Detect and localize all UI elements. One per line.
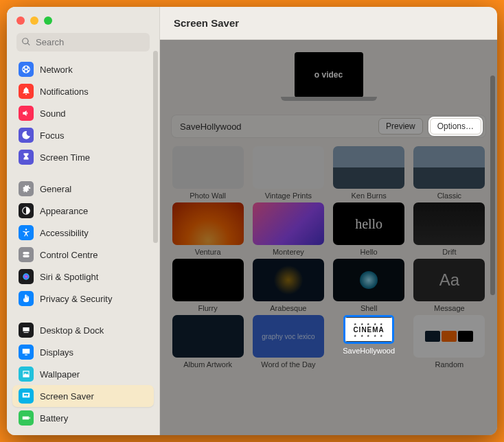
- minimize-icon[interactable]: [30, 16, 38, 25]
- saver-photo-wall[interactable]: Photo Wall: [170, 146, 246, 200]
- sidebar-item-appearance[interactable]: Appearance: [12, 200, 154, 222]
- saver-arabesque[interactable]: Arabesque: [250, 259, 326, 312]
- sidebar-item-label: Sound: [40, 108, 66, 119]
- saver-flurry[interactable]: Flurry: [170, 259, 246, 312]
- sidebar-item-accessibility[interactable]: Accessibility: [12, 222, 154, 244]
- saver-vintage-prints[interactable]: Vintage Prints: [250, 146, 326, 200]
- saver-word-of-the-day[interactable]: graphy voc lexicoWord of the Day: [250, 315, 326, 369]
- sidebar-item-network[interactable]: Network: [12, 58, 154, 80]
- sidebar-item-notifications[interactable]: Notifications: [12, 80, 154, 102]
- main-panel: Screen Saver o videc SaveHollywood Previ…: [160, 7, 497, 435]
- content-scrollbar[interactable]: [490, 75, 495, 398]
- current-saver-name: SaveHollywood: [180, 121, 371, 132]
- gear-icon: [19, 181, 34, 196]
- preview-area: o videc: [160, 40, 497, 108]
- saver-label: Album Artwork: [183, 360, 232, 369]
- saver-info-bar: SaveHollywood Preview Options…: [171, 115, 486, 138]
- saver-random[interactable]: Random: [411, 315, 488, 369]
- sidebar-item-general[interactable]: General: [12, 178, 154, 200]
- sidebar-item-label: Network: [40, 65, 73, 75]
- saver-label: Ventura: [195, 248, 221, 256]
- saver-classic[interactable]: Classic: [411, 146, 488, 200]
- preview-screen: o videc: [295, 52, 363, 97]
- accessibility-icon: [19, 225, 34, 240]
- switches-icon: [19, 247, 34, 262]
- saver-thumbnail: [172, 202, 244, 245]
- preview-device-icon: o videc: [281, 52, 377, 101]
- search-input[interactable]: [16, 33, 150, 51]
- close-icon[interactable]: [16, 16, 25, 25]
- options-button[interactable]: Options…: [430, 118, 481, 135]
- sidebar-item-control-centre[interactable]: Control Centre: [12, 244, 154, 266]
- speaker-icon: [19, 106, 34, 121]
- sidebar-item-focus[interactable]: Focus: [12, 124, 154, 146]
- saver-shell[interactable]: Shell: [331, 259, 407, 312]
- dock-icon: [19, 323, 34, 338]
- globe-icon: [19, 62, 34, 77]
- sidebar-item-label: Control Centre: [40, 250, 98, 260]
- saver-thumbnail: [172, 146, 244, 189]
- search-icon: [21, 37, 31, 47]
- saver-thumbnail: [333, 146, 404, 189]
- sidebar-scrollbar[interactable]: [153, 48, 158, 377]
- saver-label: Classic: [437, 191, 461, 200]
- sidebar-item-displays[interactable]: Displays: [12, 341, 154, 363]
- sidebar-item-siri-spotlight[interactable]: Siri & Spotlight: [12, 266, 154, 288]
- ticket-icon: ★ ★ ★ ★ ★CINEMA★ ★ ★ ★ ★: [343, 317, 394, 342]
- sidebar-item-wallpaper[interactable]: Wallpaper: [12, 363, 154, 385]
- sidebar-item-screen-saver[interactable]: Screen Saver: [12, 385, 154, 407]
- saver-label: Drift: [442, 248, 456, 256]
- saver-label: Flurry: [198, 304, 218, 312]
- sidebar-item-screen-time[interactable]: Screen Time: [12, 146, 154, 168]
- preview-button[interactable]: Preview: [378, 118, 423, 135]
- screensaver-icon: [19, 388, 34, 404]
- appearance-icon: [19, 203, 34, 218]
- saver-label: Random: [435, 360, 464, 369]
- moon-icon: [19, 128, 34, 143]
- saver-label: Ken Burns: [351, 191, 386, 200]
- saver-ventura[interactable]: Ventura: [170, 202, 246, 256]
- saver-hello[interactable]: helloHello: [331, 202, 407, 256]
- sidebar-item-label: General: [40, 184, 71, 194]
- sidebar: NetworkNotificationsSoundFocusScreen Tim…: [7, 7, 160, 435]
- sidebar-item-label: Screen Saver: [40, 391, 94, 402]
- sidebar-list: NetworkNotificationsSoundFocusScreen Tim…: [7, 58, 159, 435]
- saver-message[interactable]: AaMessage: [411, 259, 488, 312]
- sidebar-item-label: Battery: [40, 413, 68, 423]
- saver-thumbnail: [253, 146, 324, 189]
- siri-icon: [19, 269, 34, 284]
- saver-label: Vintage Prints: [265, 191, 312, 200]
- saver-thumbnail: [413, 146, 485, 189]
- content-area: o videc SaveHollywood Preview Options… P…: [160, 40, 497, 435]
- saver-thumbnail: graphy voc lexico: [253, 315, 324, 358]
- saver-monterey[interactable]: Monterey: [250, 202, 326, 256]
- saver-drift[interactable]: Drift: [411, 202, 488, 256]
- sidebar-item-label: Siri & Spotlight: [40, 272, 98, 282]
- saver-grid: Photo WallVintage PrintsKen BurnsClassic…: [160, 146, 497, 378]
- sidebar-item-desktop-dock[interactable]: Desktop & Dock: [12, 319, 154, 341]
- saver-thumbnail: [253, 202, 324, 245]
- sidebar-item-label: Displays: [40, 347, 73, 358]
- saver-ken-burns[interactable]: Ken Burns: [331, 146, 407, 200]
- saver-thumbnail: [333, 259, 404, 301]
- saver-savehollywood[interactable]: ★ ★ ★ ★ ★CINEMA★ ★ ★ ★ ★SaveHollywood: [331, 315, 407, 369]
- hand-icon: [19, 291, 34, 306]
- saver-label: Hello: [360, 248, 378, 256]
- sidebar-item-label: Notifications: [40, 86, 89, 97]
- hourglass-icon: [19, 150, 34, 165]
- saver-album-artwork[interactable]: Album Artwork: [170, 315, 246, 369]
- sidebar-item-privacy-security[interactable]: Privacy & Security: [12, 288, 154, 310]
- saver-label: Photo Wall: [190, 191, 226, 200]
- svg-point-0: [23, 273, 29, 279]
- sidebar-item-sound[interactable]: Sound: [12, 102, 154, 124]
- saver-label: SaveHollywood: [343, 347, 395, 355]
- battery-icon: [19, 410, 34, 426]
- sidebar-item-battery[interactable]: Battery: [12, 407, 154, 429]
- display-icon: [19, 345, 34, 360]
- saver-label: Word of the Day: [261, 360, 315, 369]
- sidebar-item-label: Desktop & Dock: [40, 325, 104, 336]
- saver-thumbnail: [172, 315, 244, 358]
- maximize-icon[interactable]: [44, 16, 52, 25]
- wallpaper-icon: [19, 367, 34, 382]
- saver-thumbnail: [253, 259, 324, 301]
